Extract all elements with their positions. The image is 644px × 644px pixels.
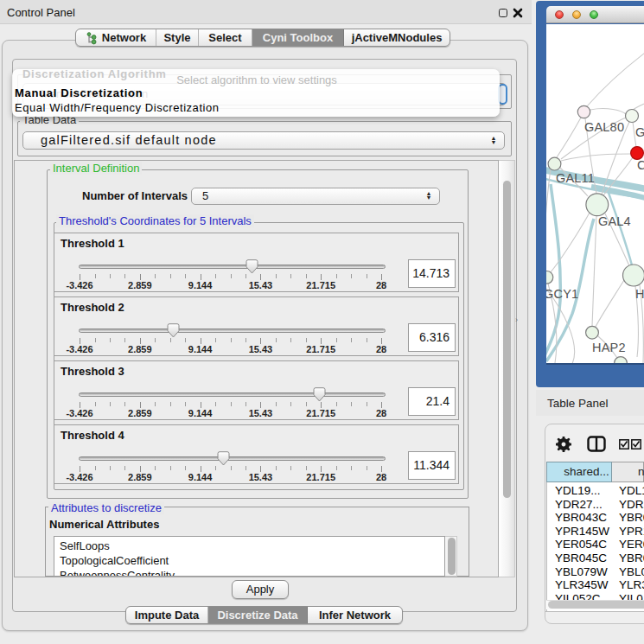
svg-text:GA: GA (635, 125, 644, 139)
svg-text:C: C (637, 158, 644, 172)
svg-text:GCY1: GCY1 (546, 287, 578, 301)
svg-text:GAL11: GAL11 (556, 171, 595, 185)
svg-text:HAP2: HAP2 (592, 341, 626, 354)
svg-text:GAL80: GAL80 (584, 120, 624, 134)
svg-text:GAL4: GAL4 (598, 214, 631, 228)
svg-text:H: H (635, 287, 644, 301)
